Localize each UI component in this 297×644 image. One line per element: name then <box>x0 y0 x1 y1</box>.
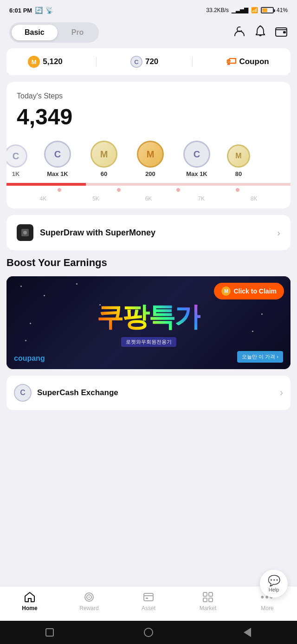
divider-1 <box>96 57 97 67</box>
m-points-item[interactable]: M 5,120 <box>28 56 63 68</box>
progress-dot <box>236 188 239 192</box>
nav-asset-label: Asset <box>142 605 155 611</box>
asset-icon <box>142 591 155 603</box>
divider-2 <box>192 57 193 67</box>
c-points-item[interactable]: C 720 <box>130 56 158 68</box>
wifi-icon: 📶 <box>251 7 258 13</box>
nav-market[interactable]: Market <box>178 591 238 611</box>
progress-dot <box>117 188 121 192</box>
supercash-row[interactable]: C SuperCash Exchange › <box>6 376 291 410</box>
status-bar: 6:01 PM 🔄 📡 33.2KB/s ▁▃▅▇ 📶 41% <box>0 0 297 19</box>
star-decoration <box>76 283 77 285</box>
superdraw-card[interactable]: SuperDraw with SuperMoney › <box>6 215 291 250</box>
claim-button-label: Click to Claim <box>233 287 277 295</box>
recent-apps-icon <box>45 628 54 637</box>
signal-icon: ▁▃▅▇ <box>232 7 248 13</box>
status-right: 33.2KB/s ▁▃▅▇ 📶 41% <box>206 7 288 13</box>
android-home-button[interactable] <box>142 625 155 639</box>
reward-icon <box>83 591 95 603</box>
status-left: 6:01 PM 🔄 📡 <box>9 7 53 14</box>
header-icons <box>233 25 288 40</box>
coupon-item[interactable]: 🏷 Coupon <box>226 56 269 68</box>
nav-market-label: Market <box>200 605 217 611</box>
help-button-label: Help <box>269 587 279 592</box>
android-back-button[interactable] <box>240 625 254 639</box>
ad-main-text: 쿠팡특가 <box>97 299 200 335</box>
ad-price-button[interactable]: 오늘만 이 가격 › <box>237 351 283 363</box>
nav-asset[interactable]: Asset <box>119 591 178 611</box>
claim-button[interactable]: M Click to Claim <box>214 283 284 299</box>
svg-rect-12 <box>144 593 153 601</box>
svg-point-4 <box>260 26 261 27</box>
svg-rect-6 <box>283 31 286 33</box>
superdraw-left: SuperDraw with SuperMoney <box>17 224 155 241</box>
supercash-c-badge: C <box>14 384 32 402</box>
step-label-5k: 5K <box>77 195 114 202</box>
header: Basic Pro <box>0 19 297 48</box>
step-label-8k: 8K <box>235 195 272 202</box>
supercash-chevron-icon: › <box>280 387 283 399</box>
svg-rect-15 <box>209 592 213 596</box>
battery-icon <box>261 7 274 13</box>
ad-sub-text: 로켓와우회원전용기 <box>121 337 176 347</box>
svg-rect-14 <box>203 592 207 596</box>
svg-rect-13 <box>146 598 148 599</box>
star-decoration <box>25 340 26 341</box>
star-decoration <box>261 313 263 315</box>
help-button[interactable]: 💬 Help <box>260 570 288 598</box>
basic-toggle-button[interactable]: Basic <box>12 25 58 40</box>
svg-rect-17 <box>209 598 213 602</box>
nav-reward[interactable]: Reward <box>59 591 119 611</box>
boost-title: Boost Your Earnings <box>6 257 291 269</box>
star-decoration <box>44 295 45 296</box>
pro-toggle-button[interactable]: Pro <box>58 25 97 40</box>
ad-banner[interactable]: 쿠팡특가 로켓와우회원전용기 coupang 오늘만 이 가격 › M Clic… <box>6 276 291 369</box>
milestone-label-0: Max 1K <box>47 170 68 177</box>
time: 6:01 PM <box>9 7 32 14</box>
c-points-value: 720 <box>145 57 158 66</box>
bottom-nav: Home Reward Asset Market ••• More <box>0 586 297 621</box>
boost-section: Boost Your Earnings 쿠팡특가 로켓와우회원전용기 coupa… <box>0 257 297 369</box>
battery-percent: 41% <box>277 7 288 13</box>
step-label-7k: 7K <box>183 195 220 202</box>
superdraw-thumbnail <box>17 224 33 241</box>
milestone-label-1: 60 <box>101 170 107 177</box>
speed-indicator: 33.2KB/s <box>206 7 229 13</box>
star-decoration <box>20 286 22 287</box>
m-badge-icon: M <box>28 56 40 68</box>
sync-icon: 🔄 <box>35 7 43 14</box>
step-label-4k: 4K <box>25 195 62 202</box>
milestone-label-2: 200 <box>145 170 155 177</box>
steps-label: Today's Steps <box>17 92 280 100</box>
c-badge-icon: C <box>130 56 142 68</box>
points-row: M 5,120 C 720 🏷 Coupon <box>6 48 291 75</box>
progress-dot <box>176 188 180 192</box>
star-decoration <box>30 323 31 324</box>
svg-point-11 <box>89 597 90 598</box>
back-triangle-icon <box>244 628 251 637</box>
svg-point-8 <box>23 231 27 234</box>
progress-dot <box>58 188 61 192</box>
nav-more-label: More <box>261 605 273 611</box>
superdraw-title: SuperDraw with SuperMoney <box>40 228 155 238</box>
nav-home-label: Home <box>22 605 37 611</box>
android-recent-button[interactable] <box>43 625 57 639</box>
wallet-icon[interactable] <box>275 25 288 40</box>
step-label-6k: 6K <box>130 195 167 202</box>
home-icon <box>24 591 36 603</box>
chevron-right-icon: › <box>277 228 280 238</box>
steps-count: 4,349 <box>17 104 280 130</box>
supercash-title: SuperCash Exchange <box>37 388 118 397</box>
supercash-left: C SuperCash Exchange <box>14 384 118 402</box>
notification-icon[interactable] <box>254 25 266 40</box>
m-points-value: 5,120 <box>43 57 63 66</box>
mode-toggle[interactable]: Basic Pro <box>9 22 99 43</box>
nav-home[interactable]: Home <box>0 591 59 611</box>
home-circle-icon <box>144 628 153 637</box>
market-icon <box>202 591 214 603</box>
help-chat-icon: 💬 <box>268 575 280 587</box>
nav-reward-label: Reward <box>79 605 98 611</box>
android-nav-bar <box>0 621 297 644</box>
steps-card: Today's Steps 4,349 C 1K C Max 1K M <box>6 82 291 208</box>
profile-icon[interactable] <box>233 25 246 40</box>
